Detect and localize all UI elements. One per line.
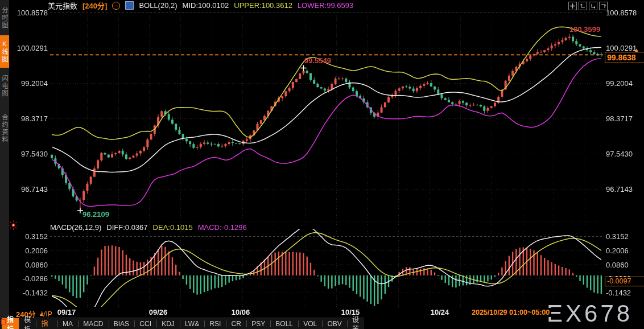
toolbar-item-CR[interactable]: CR bbox=[226, 318, 246, 329]
macd-dea-value: DEA:0.1015 bbox=[153, 223, 193, 232]
y-axis-label: 100.0291 bbox=[606, 44, 637, 52]
macd-axis-label: 0.3152 bbox=[606, 232, 629, 241]
toolbar-item-VIP指标[interactable]: VIP指标 bbox=[36, 318, 57, 329]
toolbar-item-MA[interactable]: MA bbox=[57, 318, 78, 329]
boll-upper-value: UPPER:100.3612 bbox=[234, 1, 292, 10]
toolbar-item-模板[interactable]: 模板 bbox=[19, 318, 36, 329]
left-sidebar: 分时图 K线图 闪电图 合约资料 bbox=[0, 0, 9, 329]
symbol-name: 美元指数 bbox=[48, 0, 77, 11]
boll-label: BOLL(20,2) bbox=[139, 1, 177, 10]
toolbar-item-设置[interactable]: 设置 bbox=[347, 318, 364, 329]
x-axis-date-label: 10/06 bbox=[232, 308, 250, 316]
axis-scale-left-icon[interactable] bbox=[579, 2, 587, 10]
x-axis-date-label: 09/17 bbox=[57, 308, 76, 316]
indicator-toolbar: 指标模板VIP指标MAMACDBIASCCIKDJLW&RSICRPSYBOLL… bbox=[0, 318, 364, 329]
sidebar-tab-candlestick[interactable]: K线图 bbox=[0, 35, 9, 68]
toolbar-item-RSI[interactable]: RSI bbox=[204, 318, 226, 329]
macd-current-tag: -0.0097 bbox=[605, 277, 644, 286]
macd-axis-label: -0.1432 bbox=[606, 289, 631, 297]
y-axis-label: 98.3717 bbox=[9, 114, 48, 123]
period-badge[interactable]: [240分] bbox=[82, 0, 107, 11]
sidebar-tab-contract-info[interactable]: 合约资料 bbox=[0, 105, 9, 153]
session-low-label: 96.2109 bbox=[82, 210, 109, 219]
macd-axis-label: 0.2006 bbox=[9, 246, 48, 255]
axis-scale-bottom-icon[interactable] bbox=[589, 2, 597, 10]
toolbar-item-BOLL[interactable]: BOLL bbox=[270, 318, 298, 329]
x-axis-date-label: 09/26 bbox=[149, 308, 168, 316]
macd-macd-value: MACD:-0.1296 bbox=[198, 223, 247, 232]
price-up-arrow-icon: ▲ bbox=[634, 47, 639, 53]
y-axis-label: 97.5430 bbox=[9, 150, 48, 158]
toolbar-red-icon bbox=[1, 319, 6, 324]
y-axis-label: 96.7143 bbox=[9, 185, 48, 194]
macd-axis-label: -0.0286 bbox=[9, 274, 48, 283]
toolbar-item-VOL[interactable]: VOL bbox=[298, 318, 322, 329]
y-axis-label: 100.8578 bbox=[9, 9, 48, 17]
macd-diff-value: DIFF:0.0367 bbox=[106, 223, 147, 232]
chart-window: 美元指数 [240分] − BOLL(20,2) MID:100.0102 UP… bbox=[0, 0, 644, 329]
y-axis-label: 96.7143 bbox=[606, 185, 633, 194]
toolbar-item-LW&[interactable]: LW& bbox=[180, 318, 204, 329]
indicator-chart-icon[interactable] bbox=[125, 1, 134, 10]
swing-high-label: 99.5549 bbox=[304, 56, 331, 65]
toolbar-item-BIAS[interactable]: BIAS bbox=[109, 318, 134, 329]
y-axis-label: 99.2004 bbox=[9, 79, 48, 88]
chart-canvas[interactable] bbox=[0, 0, 644, 329]
y-axis-label: 100.8578 bbox=[606, 9, 637, 17]
macd-title: MACD(26,12,9) bbox=[50, 223, 101, 232]
watermark: EX678 bbox=[547, 300, 633, 327]
live-burst-icon bbox=[9, 220, 18, 232]
collapse-icon[interactable]: − bbox=[112, 2, 120, 10]
toolbar-item-MACD[interactable]: MACD bbox=[78, 318, 108, 329]
sidebar-tab-lightning[interactable]: 闪电图 bbox=[0, 69, 9, 102]
sidebar-tab-timeline[interactable]: 分时图 bbox=[0, 1, 9, 34]
toolbar-item-CCI[interactable]: CCI bbox=[134, 318, 156, 329]
pan-crosshair-icon[interactable] bbox=[568, 2, 577, 10]
macd-axis-label: 0.3152 bbox=[9, 232, 48, 241]
chart-header: 美元指数 [240分] − BOLL(20,2) MID:100.0102 UP… bbox=[48, 1, 353, 10]
current-price-tag: 99.8638 bbox=[605, 52, 644, 63]
chart-tools bbox=[568, 2, 608, 10]
boll-mid-value: MID:100.0102 bbox=[183, 1, 229, 10]
x-axis-date-label: 10/24 bbox=[431, 308, 449, 316]
toolbar-item-OBV[interactable]: OBV bbox=[322, 318, 346, 329]
toolbar-item-PSY[interactable]: PSY bbox=[246, 318, 270, 329]
y-axis-label: 100.0291 bbox=[9, 44, 48, 52]
session-high-label: 100.3599 bbox=[569, 25, 600, 34]
macd-axis-label: 0.0860 bbox=[606, 261, 629, 269]
macd-axis-label: 0.0860 bbox=[9, 261, 48, 269]
macd-axis-label: 0.2006 bbox=[606, 246, 629, 255]
toolbar-item-KDJ[interactable]: KDJ bbox=[156, 318, 180, 329]
y-axis-label: 98.3717 bbox=[606, 114, 633, 123]
macd-header: MACD(26,12,9) DIFF:0.0367 DEA:0.1015 MAC… bbox=[50, 223, 247, 232]
y-axis-label: 97.5430 bbox=[606, 150, 633, 158]
macd-axis-label: -0.1432 bbox=[9, 289, 48, 297]
datetime-label: 2025/10/29 01:00~05:00 bbox=[470, 308, 551, 317]
toolbar-left-pad bbox=[0, 318, 2, 329]
boll-lower-value: LOWER:99.6593 bbox=[298, 1, 353, 10]
y-axis-label: 99.2004 bbox=[606, 79, 633, 88]
